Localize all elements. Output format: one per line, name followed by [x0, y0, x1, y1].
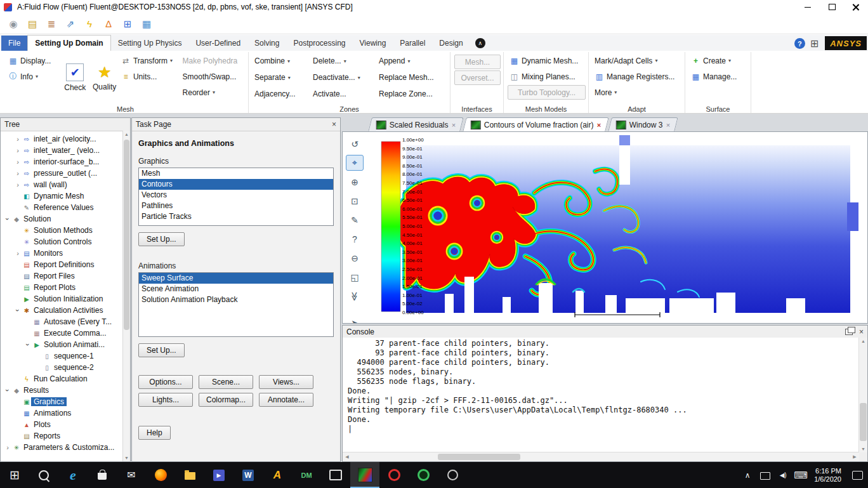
tree-item[interactable]: ›▶Solution Animati...	[1, 339, 123, 350]
pointer-icon[interactable]: ➤	[346, 315, 364, 324]
scrollbar-thumb[interactable]	[124, 140, 129, 330]
dynamic-mesh-button[interactable]: ▦Dynamic Mesh...	[508, 53, 586, 69]
library-icon[interactable]: ≣	[44, 17, 58, 31]
ribbon-tab-setting-up-domain[interactable]: Setting Up Domain	[27, 35, 110, 51]
window-layout-icon[interactable]: ⊞	[810, 37, 819, 49]
ribbon-tab-parallel[interactable]: Parallel	[393, 36, 432, 51]
adjacency-button[interactable]: Adjacency...	[253, 86, 311, 102]
tree-item[interactable]: ▦Autosave (Every T...	[1, 316, 123, 327]
pan-icon[interactable]: ⌖	[346, 155, 364, 171]
volume-icon[interactable]: ◀)	[775, 462, 791, 488]
console-vscrollbar[interactable]: ▲ ▼	[858, 338, 867, 452]
close-icon[interactable]: ×	[597, 121, 601, 129]
capture-icon[interactable]	[409, 462, 438, 488]
list-item[interactable]: Sweep Surface	[139, 273, 333, 284]
maximize-button[interactable]	[820, 0, 844, 14]
delete-button[interactable]: Delete...▾	[311, 53, 377, 69]
word-icon[interactable]: W	[233, 462, 263, 488]
transform-button[interactable]: ⇄Transform▾	[119, 53, 181, 69]
disc-icon[interactable]: ◉	[6, 17, 20, 31]
tree-scrollbar[interactable]: ▲ ▼	[122, 131, 130, 461]
tree-expander-icon[interactable]: ›	[13, 249, 22, 257]
close-icon[interactable]: ×	[666, 121, 670, 129]
mail-icon[interactable]: ✉	[117, 462, 146, 488]
query-icon[interactable]: ?	[346, 231, 364, 247]
table-icon[interactable]: ▦	[140, 17, 154, 31]
close-button[interactable]	[844, 0, 868, 14]
list-item[interactable]: Vectors	[139, 190, 333, 201]
grid-transfer-icon[interactable]: ⊞	[121, 17, 135, 31]
tree-item[interactable]: ▯sequence-1	[1, 350, 123, 362]
notification-center-button[interactable]	[846, 462, 868, 488]
manage-registers-button[interactable]: ▥Manage Registers...	[593, 69, 682, 84]
tree-item[interactable]: ▯sequence-2	[1, 362, 123, 373]
tree-item[interactable]: ›✳Parameters & Customiza...	[1, 442, 123, 453]
tree-expander-icon[interactable]: ›	[13, 169, 22, 177]
tree-expander-icon[interactable]: ›	[4, 214, 11, 223]
tree-expander-icon[interactable]: ›	[3, 444, 12, 451]
create-surface-button[interactable]: +Create▾	[689, 53, 748, 69]
probe-icon[interactable]: ✎	[346, 212, 364, 228]
search-button[interactable]	[29, 462, 58, 488]
tree-expander-icon[interactable]: ›	[13, 135, 22, 143]
replace-mesh-button[interactable]: Replace Mesh...	[377, 70, 447, 86]
display-button[interactable]: ▦Display...	[6, 53, 60, 69]
colormap-button[interactable]: Colormap...	[199, 393, 253, 407]
quality-button[interactable]: ★ Quality	[89, 53, 119, 102]
list-item[interactable]: Contours	[139, 179, 333, 190]
tree-item[interactable]: ›◆Results	[1, 385, 123, 396]
tree-expander-icon[interactable]: ›	[13, 147, 22, 154]
activate-button[interactable]: Activate...	[311, 86, 377, 102]
tree-item[interactable]: ▤Report Files	[1, 270, 123, 282]
tree-item[interactable]: ▲Plots	[1, 419, 123, 430]
graphics-tab[interactable]: Window 3×	[608, 117, 679, 131]
taskbar-clock[interactable]: 6:16 PM 1/6/2020	[809, 467, 846, 484]
close-icon[interactable]: ×	[452, 121, 456, 129]
tree-item[interactable]: ▤Report Plots	[1, 282, 123, 293]
tree-item[interactable]: ✎Reference Values	[1, 202, 123, 213]
list-item[interactable]: Scene Animation	[139, 284, 333, 294]
scrollbar-thumb[interactable]	[860, 403, 867, 441]
media-icon[interactable]: ▶	[204, 462, 233, 488]
scroll-left-arrow[interactable]: ◀	[343, 452, 352, 461]
tree-item[interactable]: ✳Solution Controls	[1, 236, 123, 247]
tree-item[interactable]: ▶Solution Initialization	[1, 293, 123, 305]
window-app-icon[interactable]	[321, 462, 350, 488]
archive-icon[interactable]: ▤	[25, 17, 39, 31]
tree-item[interactable]: ›✱Calculation Activities	[1, 305, 123, 316]
tree-item[interactable]: ›▤Monitors	[1, 247, 123, 259]
list-item[interactable]: Pathlines	[139, 201, 333, 211]
tree-expander-icon[interactable]: ›	[13, 158, 22, 166]
tree-item[interactable]: ϟRun Calculation	[1, 373, 123, 385]
tools-icon[interactable]	[438, 462, 467, 488]
fit-view-icon[interactable]: ◱	[346, 269, 364, 285]
edge-icon[interactable]: e	[58, 462, 88, 488]
views-button[interactable]: Views...	[259, 375, 313, 389]
list-item[interactable]: Mesh	[139, 168, 333, 179]
firefox-icon[interactable]	[146, 462, 175, 488]
tree-item[interactable]: ▤Report Definitions	[1, 259, 123, 270]
tree-expander-icon[interactable]: ›	[13, 181, 22, 188]
tree-item[interactable]: ▣Graphics	[1, 396, 123, 407]
separate-button[interactable]: Separate▾	[253, 70, 311, 86]
recorder-icon[interactable]	[379, 462, 409, 488]
console-close-button[interactable]: ×	[859, 327, 864, 336]
ribbon-tab-viewing[interactable]: Viewing	[353, 36, 393, 51]
scroll-down-arrow[interactable]: ▼	[123, 454, 130, 461]
tree-item[interactable]: ▦Execute Comma...	[1, 327, 123, 339]
graphics-tab[interactable]: Scaled Residuals×	[368, 117, 464, 131]
combine-button[interactable]: Combine▾	[253, 53, 311, 69]
list-item[interactable]: Solution Animation Playback	[139, 294, 333, 305]
console-output[interactable]: 37 parent-face child pointers, binary. 9…	[343, 338, 859, 452]
task-page-close-button[interactable]: ×	[332, 120, 336, 129]
scroll-up-arrow[interactable]: ▲	[123, 131, 130, 138]
tree-item[interactable]: ◧Dynamic Mesh	[1, 190, 123, 202]
append-button[interactable]: Append▾	[377, 53, 447, 69]
check-button[interactable]: ✔ Check	[60, 53, 89, 102]
tree-expander-icon[interactable]: ›	[24, 340, 32, 349]
designmodeler-icon[interactable]: DM	[292, 462, 321, 488]
scene-button[interactable]: Scene...	[199, 375, 253, 389]
units-button[interactable]: ≡Units...	[119, 69, 181, 84]
tree-item[interactable]: ›⇨inlet_water_ (velo...	[1, 145, 123, 156]
console-hscrollbar[interactable]: ◀ ▶	[343, 452, 859, 461]
